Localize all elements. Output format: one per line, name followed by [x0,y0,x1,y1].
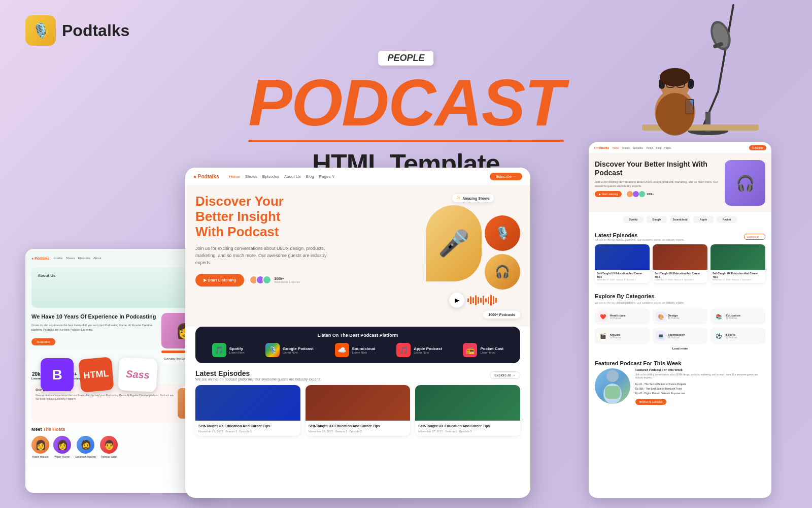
cs-side-img2: 🎧 [485,254,520,290]
person-with-mic-area [591,0,769,142]
rs-feat-illustration [595,368,630,404]
title-underline [248,140,564,142]
rs-ep-card-1: Self-Taught UX Education And Career Tips… [595,244,650,283]
svg-line-4 [703,91,718,127]
html-badge: HTML [78,357,114,392]
rs-featured: Featured Podcast For This Week Featured … [589,355,771,410]
cs-platform-inner: Listen On The Best Podcast Platform 🎵 Sp… [195,327,520,363]
cs-wave-row: ▶ [449,293,497,308]
svg-point-11 [655,89,695,135]
cs-explore-btn[interactable]: Explore all → [490,371,520,379]
cs-platform-title: Listen On The Best Podcast Platform [206,333,510,338]
cs-episodes: Latest Episodes We are on the top podcas… [185,363,530,442]
rs-ep-cards: Self-Taught UX Education And Career Tips… [595,244,765,283]
cs-side-img1: 🎙️ [485,215,520,251]
spotify-icon: 🎵 [212,343,226,357]
rs-subscribe-btn[interactable]: Subscribe [749,145,766,150]
right-screenshot: ● Podtalks Home Shows Episodes About Blo… [589,142,771,498]
svg-point-21 [656,93,694,136]
cs-logo: ● Podtalks [193,174,219,179]
tech-badges: B HTML Sass [41,358,157,391]
rs-ep-img-1 [595,244,650,270]
svg-point-0 [606,370,619,382]
people-badge: PEOPLE [378,51,433,66]
amazing-shows-badge: ✨ Amazing Shows [452,194,494,202]
apple-podcast-icon: 🎵 [396,343,411,357]
episode-card-3: Self-Taught UX Education And Career Tips… [415,385,520,436]
rs-cat-movies: 🎬 Movies10 Podcast [595,328,650,344]
rs-load-more[interactable]: Load more [595,347,765,350]
logo-icon: 🎙️ [25,15,56,46]
rs-ep-img-3 [710,244,765,270]
episode-img-1 [195,385,300,421]
podcasts-badge: 1000+ Podcasts [483,311,520,319]
rs-cat-technology: 💻 Technology41 Podcast [653,328,707,344]
rs-platforms: Spotify Google Soundcloud Apple Pocket [589,212,771,227]
rs-feat-list: Ep 41 - The Secret Pattern of Future Pro… [635,382,765,396]
pocket-cast-icon: 📻 [463,343,477,357]
rs-cat-sub: We are on the top podcast platforms. Our… [595,301,765,304]
rs-feat-ep-title: Featured Podcast For This Week [635,368,765,371]
soundcloud-icon: ☁️ [335,343,349,357]
center-screenshot: ● Podtalks Home Shows Episodes About Us … [185,168,530,498]
svg-line-3 [718,5,733,91]
sass-badge: Sass [118,357,157,392]
svg-rect-10 [642,124,759,131]
cs-hero-desc: Join us for exciting conversations about… [195,245,327,267]
rs-feat-title: Featured Podcast For This Week [595,360,765,366]
ls-subscribe-btn[interactable]: Subscribe [31,338,55,345]
svg-point-5 [707,18,734,53]
svg-rect-16 [676,82,685,87]
rs-cat-education: 📚 Education12 Podcast [710,308,765,325]
rs-hero-illustration: 🎧 [725,160,765,206]
cs-main-img: 🎤 [426,205,482,281]
rs-episodes: Latest Episodes We are on the top podcas… [589,227,771,288]
rs-cat-grid: ❤️ Healthcare10 Podcast 🎨 Design41 Podca… [595,308,765,344]
rs-start-btn[interactable]: ▶ Start Listening [595,191,622,197]
svg-point-20 [660,68,690,86]
rs-explore-btn[interactable]: Explore all → [744,234,765,240]
cs-subscribe-btn[interactable]: Subscribe → [490,173,522,180]
cs-hero-images: ✨ Amazing Shows 🎤 🎙️ 🎧 ▶ [426,194,520,319]
rs-ep-img-2 [653,244,707,270]
cs-listeners: 100k+ Worldwide Listener [249,275,300,284]
episode-card-1: Self-Taught UX Education And Career Tips… [195,385,300,436]
svg-point-8 [688,127,728,135]
rs-hero: Discover Your Better Insight With Podcas… [589,154,771,212]
google-podcast-icon: 🎙️ [265,343,280,357]
rs-hero-title: Discover Your Better Insight With Podcas… [595,160,720,177]
rs-nav: ● Podtalks Home Shows Episodes About Blo… [589,142,771,154]
rs-feat-content: Featured Podcast For This Week Join us f… [595,368,765,405]
cs-start-btn[interactable]: ▶ Start Listening [195,274,244,287]
bootstrap-badge: B [41,358,74,391]
cs-platform-section: Listen On The Best Podcast Platform 🎵 Sp… [185,327,530,363]
rs-cat-title: Explore By Categories [595,293,765,299]
rs-cat-healthcare: ❤️ Healthcare10 Podcast [595,308,650,325]
logo-area: 🎙️ Podtalks [25,15,129,46]
cs-episodes-header: Latest Episodes We are on the top podcas… [195,369,520,381]
rs-cat-design: 🎨 Design41 Podcast [653,308,707,325]
cs-episodes-title: Latest Episodes [195,369,321,377]
cs-play-btn[interactable]: ▶ [449,293,464,308]
rs-cat-sports: ⚽ Sports12 Podcast [710,328,765,344]
episode-card-2: Self-Taught UX Education And Career Tips… [306,385,411,436]
rs-logo: ● Podtalks [594,146,609,149]
cs-episode-cards: Self-Taught UX Education And Career Tips… [195,385,520,436]
episode-img-3 [415,385,520,421]
episode-img-2 [306,385,411,421]
rs-ep-title: Latest Episodes [595,232,685,238]
svg-rect-7 [713,42,724,49]
cs-platform-items: 🎵 Spotify Listen Now 🎙️ Google Podcast L… [206,343,510,357]
rs-ep-card-2: Self-Taught UX Education And Career Tips… [653,244,707,283]
rs-browse-btn[interactable]: Browse All Episodes [635,399,666,405]
cs-hero: Discover YourBetter InsightWith Podcast … [185,186,530,327]
cs-cta-row: ▶ Start Listening 100k+ Worldwide Listen… [195,274,418,287]
svg-rect-19 [686,100,693,113]
svg-point-6 [709,21,731,50]
rs-ep-card-3: Self-Taught UX Education And Career Tips… [710,244,765,283]
rs-categories: Explore By Categories We are on the top … [589,288,771,355]
cs-episodes-desc: We are on the top podcast platforms. Our… [195,377,321,381]
ls-about-title: We Have 10 Years Of Experience In Podcas… [31,313,157,320]
svg-rect-2 [605,386,620,399]
cs-hero-highlight: Podcast [227,224,279,239]
